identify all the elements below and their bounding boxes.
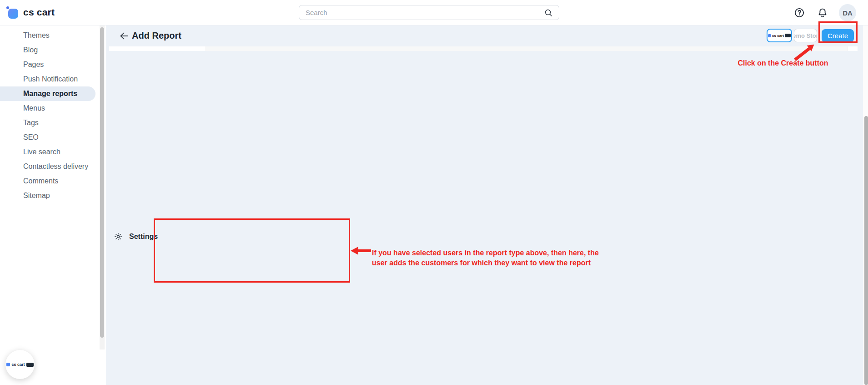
store-switcher-label: cs cart bbox=[772, 34, 784, 38]
help-icon[interactable] bbox=[793, 7, 805, 19]
sidebar-item-tags[interactable]: Tags bbox=[0, 116, 106, 130]
cscart-logo[interactable]: cs cart bbox=[6, 6, 55, 19]
global-search bbox=[299, 5, 559, 20]
settings-icon bbox=[114, 232, 123, 241]
sidebar-item-themes[interactable]: Themes bbox=[0, 28, 106, 43]
sidebar-item-contactless-delivery[interactable]: Contactless delivery bbox=[0, 159, 106, 174]
sidebar: Home Orders Products Users bbox=[0, 25, 106, 385]
sidebar-item-comments[interactable]: Comments bbox=[0, 174, 106, 188]
top-bar: cs cart DA bbox=[0, 0, 868, 25]
cscart-floating-badge[interactable]: cs cart bbox=[5, 350, 35, 379]
cscart-logo-text: cs cart bbox=[23, 7, 55, 18]
cscart-mini-badge bbox=[26, 363, 34, 367]
create-button[interactable]: Create bbox=[822, 29, 854, 42]
sidebar-scrollbar-thumb[interactable] bbox=[100, 27, 104, 338]
search-input[interactable] bbox=[305, 8, 543, 17]
sidebar-item-blog[interactable]: Blog bbox=[0, 43, 106, 57]
sidebar-item-pages[interactable]: Pages bbox=[0, 57, 106, 72]
cscart-mini-logo-icon bbox=[768, 34, 771, 37]
sidebar-item-menus[interactable]: Menus bbox=[0, 101, 106, 116]
sidebar-item-seo[interactable]: SEO bbox=[0, 130, 106, 145]
sidebar-item-manage-reports[interactable]: Manage reports bbox=[0, 86, 95, 101]
cscart-logo-icon bbox=[6, 6, 19, 19]
store-badge bbox=[785, 34, 791, 37]
cscart-mini-logo-text: cs cart bbox=[11, 362, 25, 367]
page-title: Add Report bbox=[132, 30, 181, 41]
back-arrow-icon[interactable] bbox=[119, 30, 130, 41]
sidebar-item-push-notification[interactable]: Push Notification bbox=[0, 72, 106, 86]
sidebar-item-live-search[interactable]: Live search bbox=[0, 145, 106, 159]
cscart-mini-logo-icon bbox=[6, 363, 10, 366]
main-scrollbar-thumb[interactable] bbox=[864, 116, 868, 385]
store-switcher-cscart-button[interactable]: cs cart bbox=[767, 29, 792, 42]
sidebar-item-settings[interactable]: Settings bbox=[106, 57, 863, 385]
notifications-bell-icon[interactable] bbox=[817, 7, 828, 19]
search-icon[interactable] bbox=[543, 8, 553, 18]
cscart-admin-screen: cs cart DA Home bbox=[0, 0, 868, 385]
sidebar-item-sitemap[interactable]: Sitemap bbox=[0, 188, 106, 203]
avatar[interactable]: DA bbox=[839, 4, 856, 21]
sidebar-nav: Home Orders Products Users bbox=[0, 25, 106, 203]
store-switcher-demo-store-button[interactable]: emo Stor bbox=[794, 29, 817, 42]
